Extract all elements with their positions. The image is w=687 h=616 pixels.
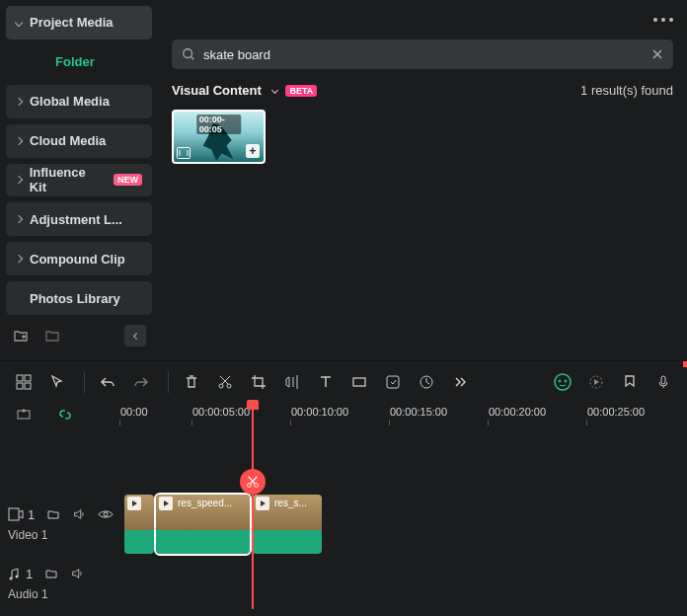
media-sidebar: Project Media Folder Global Media Cloud …	[0, 0, 158, 360]
ai-assistant-icon[interactable]	[549, 368, 576, 396]
video-clip[interactable]	[124, 495, 154, 554]
sidebar-item-cloud-media[interactable]: Cloud Media	[6, 124, 152, 158]
sidebar-label: Influence Kit	[30, 165, 102, 194]
beta-badge: BETA	[285, 85, 317, 97]
audio-track-icon	[8, 567, 22, 580]
speed-icon[interactable]	[413, 368, 440, 396]
new-badge: NEW	[114, 174, 142, 186]
effects-icon[interactable]	[379, 368, 407, 396]
frame-icon[interactable]	[345, 368, 373, 396]
sidebar-item-compound-clip[interactable]: Compound Clip	[6, 242, 152, 275]
svg-rect-5	[25, 383, 31, 389]
render-icon[interactable]	[582, 368, 610, 396]
thumbnail-timecode: 00:00-00:05	[196, 115, 242, 134]
timeline-toolbar	[0, 360, 687, 402]
media-browser: Visual Content BETA 1 result(s) found 00…	[158, 0, 687, 360]
redo-icon[interactable]	[127, 368, 155, 396]
delete-icon[interactable]	[178, 368, 205, 396]
audio-track-header[interactable]: 1 Audio 1	[0, 567, 118, 601]
track-menu-icon[interactable]	[46, 508, 60, 520]
add-folder-icon[interactable]	[12, 327, 30, 345]
track-number: 1	[28, 507, 35, 522]
svg-rect-8	[353, 378, 365, 386]
video-track-content[interactable]: res_speed... res_s...	[118, 491, 687, 558]
chevron-right-icon	[15, 215, 23, 223]
warning-indicator	[683, 361, 687, 367]
tick: 00:00	[120, 406, 148, 418]
visibility-icon[interactable]	[98, 508, 114, 520]
sidebar-label: Photos Library	[30, 291, 120, 306]
add-to-timeline-button[interactable]: +	[246, 144, 260, 158]
clip-label: res_speed...	[178, 498, 232, 508]
folder-icon[interactable]	[43, 327, 61, 345]
audio-track-content[interactable]	[118, 558, 687, 609]
layout-icon[interactable]	[10, 368, 38, 396]
text-icon[interactable]	[312, 368, 340, 396]
media-thumbnail[interactable]: 00:00-00:05 +	[172, 110, 266, 164]
video-track-icon	[8, 507, 24, 521]
svg-point-7	[227, 384, 231, 388]
svg-point-21	[10, 578, 13, 580]
sidebar-item-adjustment-layer[interactable]: Adjustment L...	[6, 202, 152, 236]
video-clip[interactable]: res_s...	[253, 495, 322, 554]
svg-rect-2	[17, 375, 23, 381]
search-bar	[172, 39, 673, 69]
chevron-right-icon	[15, 136, 23, 144]
clip-play-icon	[127, 497, 141, 510]
svg-rect-1	[178, 148, 191, 159]
svg-rect-19	[9, 508, 19, 520]
playhead[interactable]	[252, 402, 254, 609]
timeline-ruler[interactable]: 00:00 00:00:05:00 00:00:10:00 00:00:15:0…	[0, 402, 687, 427]
track-menu-icon[interactable]	[44, 568, 58, 579]
sidebar-item-influence-kit[interactable]: Influence Kit NEW	[6, 164, 152, 197]
svg-rect-15	[661, 376, 665, 384]
mute-icon[interactable]	[70, 567, 84, 580]
split-clip-button[interactable]	[240, 469, 266, 495]
track-label: Audio 1	[8, 587, 118, 601]
marker-icon[interactable]	[616, 368, 644, 396]
video-track-header[interactable]: 1 Video 1	[0, 507, 118, 542]
track-label: Video 1	[8, 528, 118, 542]
sidebar-label: Adjustment L...	[30, 212, 122, 227]
cut-icon[interactable]	[211, 368, 239, 396]
results-count: 1 result(s) found	[580, 83, 673, 98]
sidebar-item-global-media[interactable]: Global Media	[6, 85, 152, 118]
chevron-right-icon	[15, 97, 23, 105]
svg-point-12	[559, 380, 561, 382]
video-track: 1 Video 1 res_speed... res_s...	[0, 491, 687, 558]
audio-icon[interactable]	[278, 368, 306, 396]
clip-type-icon	[177, 147, 191, 159]
mute-icon[interactable]	[72, 507, 86, 521]
chevron-down-icon	[271, 87, 278, 94]
search-icon	[182, 47, 195, 61]
clear-search-icon[interactable]	[651, 48, 663, 60]
sidebar-label: Global Media	[30, 94, 110, 109]
add-track-icon[interactable]	[10, 401, 38, 428]
track-number: 1	[26, 567, 33, 581]
sidebar-label: Folder	[55, 54, 95, 69]
filter-dropdown[interactable]: Visual Content	[172, 83, 277, 98]
search-input[interactable]	[203, 47, 644, 62]
svg-point-17	[248, 484, 252, 488]
undo-icon[interactable]	[94, 368, 121, 396]
audio-track: 1 Audio 1	[0, 558, 687, 609]
svg-rect-3	[25, 375, 31, 381]
more-tools-icon[interactable]	[446, 368, 474, 396]
clip-play-icon	[256, 497, 269, 510]
svg-point-11	[555, 374, 571, 390]
collapse-sidebar-button[interactable]	[124, 325, 146, 346]
timeline: 00:00 00:00:05:00 00:00:10:00 00:00:15:0…	[0, 402, 687, 609]
sidebar-item-photos-library[interactable]: Photos Library	[6, 281, 152, 315]
voiceover-icon[interactable]	[649, 368, 677, 396]
clip-label: res_s...	[274, 498, 307, 508]
selection-tool-icon[interactable]	[43, 368, 71, 396]
link-icon[interactable]	[51, 401, 79, 428]
sidebar-item-project-media[interactable]: Project Media	[6, 6, 152, 39]
chevron-right-icon	[15, 255, 23, 263]
video-clip-selected[interactable]: res_speed...	[156, 495, 250, 554]
svg-point-20	[104, 512, 108, 516]
crop-icon[interactable]	[245, 368, 272, 396]
sidebar-item-folder[interactable]: Folder	[6, 45, 152, 79]
more-options-button[interactable]	[653, 18, 673, 22]
sidebar-label: Cloud Media	[30, 133, 106, 148]
